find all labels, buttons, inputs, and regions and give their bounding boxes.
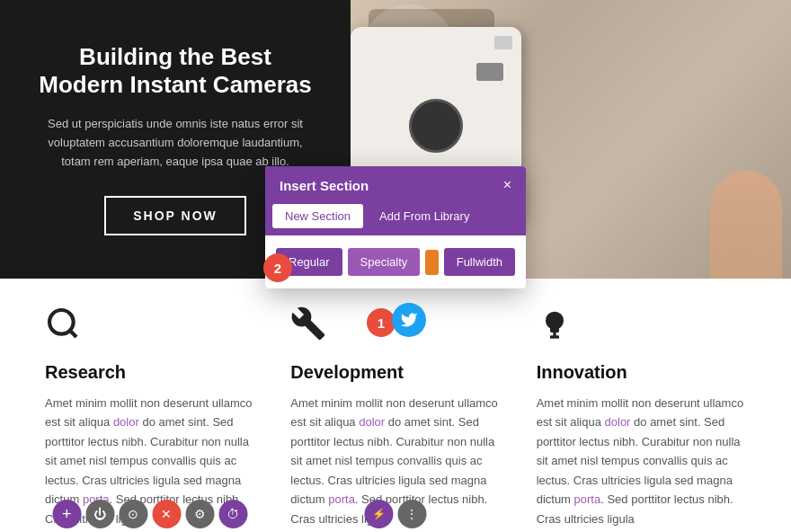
modal-title: Insert Section	[280, 178, 369, 193]
research-title: Research	[45, 362, 254, 383]
modal-body: Regular Specialty Fullwidth	[265, 235, 526, 288]
specialty-section-button[interactable]: Specialty	[348, 248, 421, 276]
timer-button[interactable]: ⏱	[218, 500, 247, 528]
feature-research: Research Amet minim mollit non deserunt …	[45, 306, 254, 528]
power-button[interactable]: ⏻	[85, 500, 114, 528]
badge-2: 2	[263, 253, 292, 282]
tab-new-section[interactable]: New Section	[272, 204, 363, 228]
gear-button[interactable]: ⚙	[185, 500, 214, 528]
add-button[interactable]: +	[52, 500, 81, 528]
shop-now-button[interactable]: SHOP NOW	[104, 196, 246, 235]
innovation-text: Amet minim mollit non deserunt ullamco e…	[537, 394, 746, 528]
hero-description: Sed ut perspiciatis unde omnis iste natu…	[36, 115, 315, 171]
hero-title: Building the Best Modern Instant Cameras	[36, 43, 315, 99]
fullwidth-section-button[interactable]: Fullwidth	[444, 248, 515, 276]
research-icon	[45, 306, 254, 350]
hero-section: Building the Best Modern Instant Cameras…	[0, 0, 791, 279]
tab-add-from-library[interactable]: Add From Library	[367, 204, 482, 228]
col2-settings-button[interactable]: ⚡	[364, 500, 393, 528]
svg-point-0	[49, 310, 74, 334]
orange-dot-button[interactable]	[425, 250, 438, 275]
development-title: Development	[290, 362, 500, 383]
settings-button-2[interactable]: ⊙	[119, 500, 147, 528]
badge-1: 1	[367, 308, 396, 337]
col2-more-button[interactable]: ⋮	[397, 500, 426, 528]
feature-development: Development Amet minim mollit non deseru…	[290, 306, 500, 528]
feature-innovation: Innovation Amet minim mollit non deserun…	[537, 306, 746, 528]
innovation-title: Innovation	[537, 362, 746, 383]
twitter-icon[interactable]	[392, 303, 426, 337]
modal-tabs: New Section Add From Library	[265, 204, 526, 235]
svg-line-1	[70, 331, 76, 337]
insert-section-modal: Insert Section × New Section Add From Li…	[265, 166, 526, 288]
modal-close-button[interactable]: ×	[503, 177, 511, 193]
modal-header: Insert Section ×	[265, 166, 526, 204]
remove-button[interactable]: ✕	[152, 500, 181, 528]
innovation-icon	[537, 306, 746, 350]
